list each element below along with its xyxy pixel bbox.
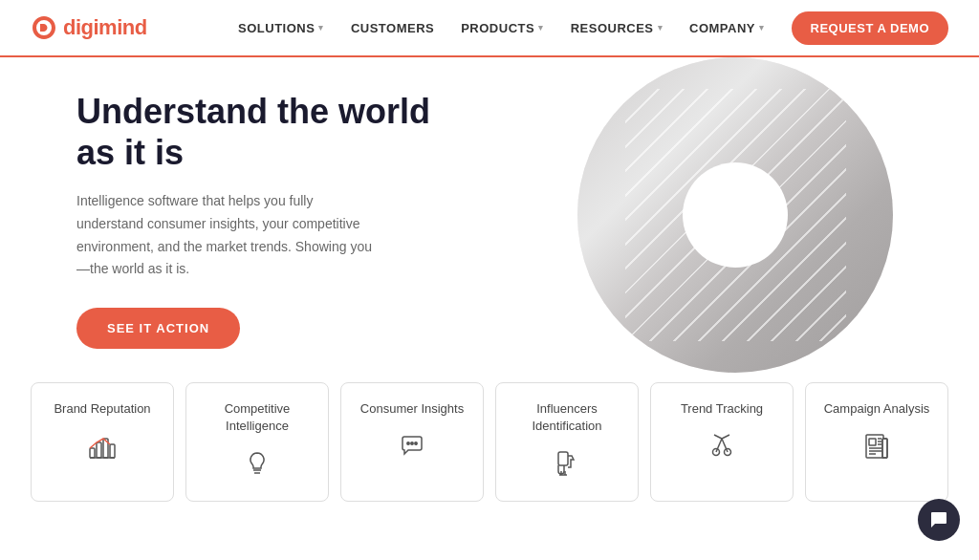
svg-line-18 (722, 435, 729, 439)
feature-title: Influencers Identification (510, 400, 624, 435)
feature-card-consumer-insights[interactable]: Consumer Insights (340, 382, 484, 502)
nav-item-resources[interactable]: RESOURCES ▾ (571, 21, 663, 35)
feature-card-trend-tracking[interactable]: Trend Tracking (650, 382, 794, 502)
feature-card-influencers-identification[interactable]: Influencers Identification (495, 382, 639, 502)
chevron-down-icon: ▾ (318, 23, 324, 32)
nav-item-company[interactable]: COMPANY ▾ (689, 21, 764, 35)
influencer-icon (552, 448, 582, 484)
feature-card-brand-reputation[interactable]: Brand Reputation (31, 382, 174, 502)
feature-title: Campaign Analysis (824, 400, 930, 418)
nav-item-solutions[interactable]: SOLUTIONS ▾ (238, 21, 324, 35)
feature-title: Brand Reputation (54, 400, 150, 418)
svg-point-7 (411, 442, 413, 444)
feature-card-campaign-analysis[interactable]: Campaign Analysis (805, 382, 948, 502)
newspaper-icon (861, 431, 892, 466)
hero-section: Understand the world as it is Intelligen… (0, 57, 979, 373)
chevron-down-icon: ▾ (538, 23, 544, 32)
svg-rect-9 (558, 452, 568, 465)
svg-point-6 (407, 442, 409, 444)
lightbulb-icon (242, 448, 272, 484)
svg-point-8 (415, 442, 417, 444)
nav-item-products[interactable]: PRODUCTS ▾ (461, 21, 543, 35)
logo-text: digimind (63, 15, 147, 40)
speech-bubble-icon (397, 431, 427, 466)
header: digimind SOLUTIONS ▾ CUSTOMERS PRODUCTS … (0, 0, 979, 57)
see-action-button[interactable]: SEE IT ACTION (76, 308, 240, 349)
hero-circle-image (577, 57, 893, 373)
feature-title: Consumer Insights (360, 400, 464, 418)
chevron-down-icon: ▾ (759, 23, 765, 32)
scissors-icon (707, 431, 737, 466)
svg-rect-20 (869, 439, 876, 445)
hero-title: Understand the world as it is (76, 91, 478, 173)
feature-title: Trend Tracking (681, 400, 763, 418)
request-demo-button[interactable]: REQUEST A DEMO (792, 11, 949, 45)
nav-item-customers[interactable]: CUSTOMERS (351, 21, 434, 35)
hero-content: Understand the world as it is Intelligen… (76, 91, 478, 350)
bar-chart-icon (87, 431, 118, 466)
chat-button[interactable] (918, 499, 960, 541)
chat-icon (929, 510, 948, 529)
logo[interactable]: digimind (31, 14, 147, 41)
logo-icon (31, 14, 57, 41)
hero-subtitle: Intelligence software that helps you ful… (76, 190, 382, 281)
features-section: Brand Reputation Competitive Intelligenc… (0, 373, 979, 521)
feature-title: Competitive Intelligence (200, 400, 315, 435)
svg-rect-0 (90, 448, 95, 458)
svg-line-17 (714, 435, 722, 439)
chevron-down-icon: ▾ (658, 23, 664, 32)
feature-card-competitive-intelligence[interactable]: Competitive Intelligence (185, 382, 329, 502)
svg-rect-1 (97, 442, 101, 458)
svg-rect-3 (110, 444, 115, 458)
main-nav: SOLUTIONS ▾ CUSTOMERS PRODUCTS ▾ RESOURC… (238, 11, 948, 45)
hero-image (577, 57, 941, 373)
